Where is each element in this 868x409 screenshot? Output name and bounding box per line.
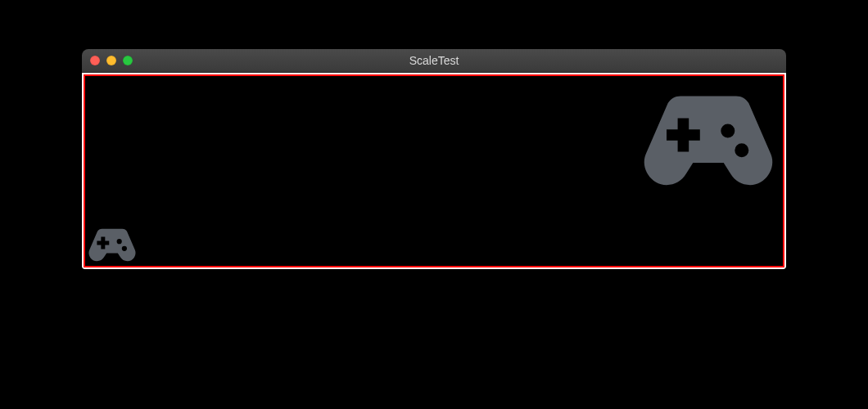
scene-view xyxy=(84,74,784,267)
app-window: ScaleTest xyxy=(82,49,786,269)
minimize-icon[interactable] xyxy=(106,56,116,65)
close-icon[interactable] xyxy=(90,56,100,65)
window-title: ScaleTest xyxy=(82,54,786,67)
traffic-lights xyxy=(82,56,133,65)
zoom-icon[interactable] xyxy=(123,56,133,65)
titlebar[interactable]: ScaleTest xyxy=(82,49,786,73)
game-controller-icon xyxy=(87,222,138,264)
game-controller-icon xyxy=(639,78,778,192)
content-outer xyxy=(82,73,786,269)
